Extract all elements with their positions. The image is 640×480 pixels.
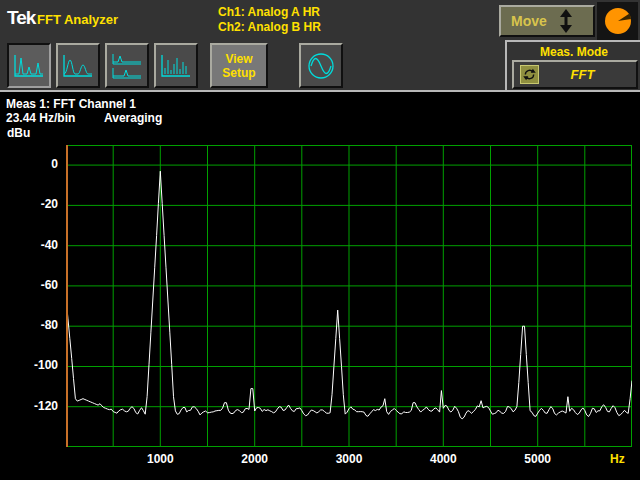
view-button-1[interactable]: [7, 43, 51, 88]
dual-spectrum-view-icon: [110, 51, 144, 81]
fft-plot-svg: [66, 145, 632, 447]
ch2-label: Ch2: Analog B HR: [218, 20, 321, 35]
view-button-2[interactable]: [56, 43, 100, 88]
comb-spectrum-view-icon: [159, 51, 193, 81]
y-axis-tick-label: -60: [0, 278, 58, 292]
channel-info: Ch1: Analog A HR Ch2: Analog B HR: [218, 5, 321, 35]
move-button[interactable]: Move: [499, 5, 595, 37]
view-setup-button[interactable]: View Setup: [210, 43, 268, 88]
tek-logo: Tek: [7, 7, 35, 29]
x-axis-tick-label: 4000: [413, 452, 473, 466]
knob-area[interactable]: [597, 2, 638, 40]
meas-mode-value: FFT: [539, 67, 636, 82]
view-button-4[interactable]: [154, 43, 198, 88]
view-button-3[interactable]: [105, 43, 149, 88]
x-axis-tick-label: 5000: [508, 452, 568, 466]
resolution-readout: 23.44 Hz/bin: [6, 111, 75, 125]
y-axis-tick-label: 0: [0, 157, 58, 171]
y-axis-tick-label: -20: [0, 197, 58, 211]
meas-mode-button[interactable]: FFT: [512, 60, 638, 89]
sine-wave-icon: [303, 50, 339, 82]
view-setup-label-line1: View: [222, 52, 255, 66]
ch1-label: Ch1: Analog A HR: [218, 5, 321, 20]
x-axis-tick-label: 1000: [130, 452, 190, 466]
y-axis-tick-label: -40: [0, 238, 58, 252]
meas-mode-divider-horizontal: [505, 40, 640, 42]
move-label: Move: [511, 13, 547, 29]
sine-monitor-button[interactable]: [299, 43, 343, 88]
up-down-arrow-icon: [559, 9, 573, 33]
spectrum-view-2-icon: [61, 51, 95, 81]
y-axis-tick-label: -120: [0, 399, 58, 413]
acquisition-mode-readout: Averaging: [104, 111, 162, 125]
view-setup-label-line2: Setup: [222, 66, 255, 80]
app-title: FFT Analyzer: [37, 12, 118, 27]
y-axis-tick-label: -80: [0, 318, 58, 332]
measurement-title: Meas 1: FFT Channel 1: [6, 97, 136, 111]
x-axis-tick-label: 2000: [225, 452, 285, 466]
cycle-arrows-icon: [520, 65, 539, 84]
rotary-knob-icon: [602, 5, 634, 37]
meas-mode-divider-vertical: [505, 40, 507, 92]
y-axis-unit-label: dBu: [7, 126, 30, 140]
spectrum-view-1-icon: [12, 51, 46, 81]
top-chrome: Tek FFT Analyzer Ch1: Analog A HR Ch2: A…: [0, 0, 640, 92]
x-axis-tick-label: 3000: [319, 452, 379, 466]
x-axis-unit-label: Hz: [610, 452, 625, 466]
y-axis-tick-label: -100: [0, 358, 58, 372]
meas-mode-label: Meas. Mode: [510, 45, 638, 59]
fft-analyzer-screen: Tek FFT Analyzer Ch1: Analog A HR Ch2: A…: [0, 0, 640, 480]
fft-plot-area: [66, 145, 632, 447]
